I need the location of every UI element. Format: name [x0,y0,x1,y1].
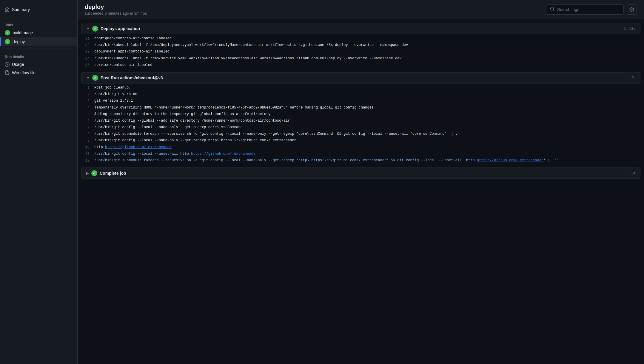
log-line-content: git version 2.48.1 [94,98,133,104]
log-line: 83deployment.apps/contoso-air labeled [78,49,644,55]
sidebar-item-usage[interactable]: Usage [0,60,77,69]
jobs-section-label: Jobs [0,19,77,28]
log-line-part: https://github.com/.extraheader [191,152,258,156]
section-check-icon [91,170,97,176]
log-line: 11/usr/bin/git config --local --unset-al… [78,151,644,157]
header-actions [546,4,637,15]
log-line-number: 85 [80,62,90,68]
log-line: 82/usr/bin/kubectl label -f /tmp/deploym… [78,42,644,49]
sidebar-summary-label: Summary [12,7,30,12]
sidebar-item-workflow-file[interactable]: Workflow file [0,69,77,77]
log-line-number: 83 [80,49,90,55]
log-line-number: 6 [80,118,90,124]
page-title: deploy [85,4,147,10]
log-line-content: deployment.apps/contoso-air labeled [94,49,170,55]
section-check-icon [92,26,98,32]
log-lines: 81configmap/contoso-air-config labeled82… [78,35,644,71]
log-line: 4Temporarily overriding HOME='/home/runn… [78,105,644,111]
sidebar: Summary Jobs buildImage deploy Run detai… [0,0,78,364]
log-line-part: /usr/bin/git config --local --unset-all … [94,152,191,156]
log-line-content: /usr/bin/git config --global --add safe.… [94,118,290,124]
chevron-icon: ▼ [86,27,90,31]
log-line-number: 1 [80,85,90,91]
log-line-number: 2 [80,92,90,97]
log-line-number: 3 [80,98,90,104]
title-group: deploy succeeded 3 minutes ago in 3m 45s [85,4,147,16]
section-duration: 0s [631,76,635,80]
log-line-content: http.https://github.com/.extraheader [94,145,172,150]
sidebar-item-usage-label: Usage [12,62,24,67]
search-logs-field[interactable] [557,7,620,12]
sidebar-divider-2 [5,49,73,49]
log-line: 10http.https://github.com/.extraheader [78,144,644,151]
log-line-part: /usr/bin/git submodule foreach --recursi… [94,158,477,162]
log-line: 6/usr/bin/git config --global --add safe… [78,118,644,124]
log-lines: 1Post job cleanup.2/usr/bin/git version3… [78,85,644,166]
section-duration: 0s [631,171,635,175]
main-content: deploy succeeded 3 minutes ago in 3m 45s… [78,0,644,364]
log-line: 12/usr/bin/git submodule foreach --recur… [78,157,644,164]
log-line: 3git version 2.48.1 [78,98,644,104]
deploy-status [5,39,10,44]
log-line-content: /usr/bin/git config --local --unset-all … [94,151,258,157]
log-line-number: 8 [80,131,90,137]
log-line-content: /usr/bin/git config --local --name-only … [94,125,243,130]
section-title: Deploys application [101,26,140,31]
sidebar-item-buildimage[interactable]: buildImage [0,28,77,37]
build-image-status [5,30,10,35]
sidebar-item-deploy[interactable]: deploy [0,37,77,46]
main-header: deploy succeeded 3 minutes ago in 3m 45s [78,0,644,19]
log-line: 81configmap/contoso-air-config labeled [78,35,644,42]
log-line-part: https://github.com/.extraheader [477,158,543,162]
sidebar-summary[interactable]: Summary [0,5,77,14]
log-line: 85service/contoso-air labeled [78,62,644,69]
log-line: 2/usr/bin/git version [78,91,644,98]
section-title: Complete job [100,171,126,176]
log-line-content: Temporarily overriding HOME='/home/runne… [94,105,374,111]
sidebar-item-workflow-file-label: Workflow file [12,70,36,75]
log-line-number: 7 [80,125,90,131]
log-line-number: 4 [80,105,90,111]
log-line-number: 84 [80,56,90,62]
clock-icon [5,62,10,67]
section-duration: 2m 53s [624,27,635,31]
log-line: 84/usr/bin/kubectl label -f /tmp/service… [78,55,644,62]
log-line-number: 9 [80,138,90,144]
sidebar-divider-1 [5,17,73,17]
log-line-number: 12 [80,158,90,164]
log-line-content: /usr/bin/git config --local --name-only … [94,138,296,143]
search-icon [550,7,555,13]
run-details-section-label: Run details [0,51,77,60]
log-line-number: 5 [80,111,90,117]
log-section-post-run-checkout: ▼Post Run actions/checkout@v30s1Post job… [78,72,644,166]
log-line-content: /usr/bin/kubectl label -f /tmp/service.y… [94,56,402,61]
log-section-header-complete-job[interactable]: ▶Complete job0s [81,168,640,179]
workflow-file-icon [5,70,10,75]
log-line-content: service/contoso-air labeled [94,62,152,68]
log-section-header-deploys-application[interactable]: ▼Deploys application2m 53s [81,23,640,34]
search-logs-input[interactable] [546,4,624,15]
sidebar-item-buildimage-label: buildImage [13,30,33,35]
log-line: 1Post job cleanup. [78,85,644,91]
log-line-content: Post job cleanup. [94,85,131,91]
settings-button[interactable] [627,4,637,15]
log-line-part: http. [94,145,105,149]
log-section-complete-job: ▶Complete job0s [78,168,644,179]
chevron-icon: ▶ [86,171,89,175]
log-line-part: https://github.com/.extraheader [105,145,172,149]
log-line-number: 11 [80,151,90,157]
log-line-number: 10 [80,145,90,151]
sidebar-item-deploy-label: deploy [13,39,25,44]
log-line-content: /usr/bin/git submodule foreach --recursi… [94,158,558,163]
log-line-content: configmap/contoso-air-config labeled [94,36,172,41]
log-line: 7/usr/bin/git config --local --name-only… [78,124,644,131]
section-title: Post Run actions/checkout@v3 [101,75,163,80]
section-check-icon [92,75,98,81]
log-line-part: ' || :" [543,158,558,162]
log-section-header-post-run-checkout[interactable]: ▼Post Run actions/checkout@v30s [81,72,640,83]
log-section-deploys-application: ▼Deploys application2m 53s81configmap/co… [78,23,644,71]
chevron-icon: ▼ [86,76,90,80]
log-line: 5Adding repository directory to the temp… [78,111,644,118]
log-line-content: /usr/bin/git submodule foreach --recursi… [94,131,460,137]
log-line: 9/usr/bin/git config --local --name-only… [78,137,644,144]
